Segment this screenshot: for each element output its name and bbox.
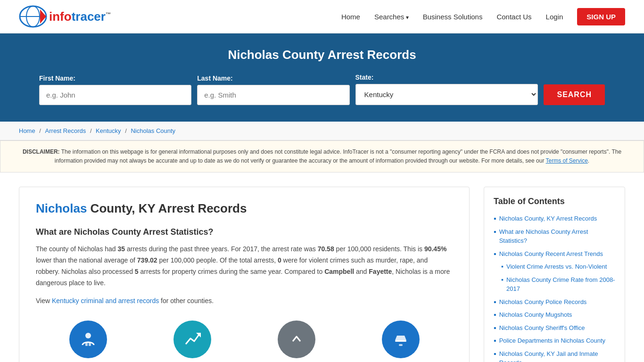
toc-link-4[interactable]: Nicholas County Crime Rate from 2008-201… (506, 275, 615, 294)
logo[interactable]: infotracer™ (19, 5, 111, 28)
site-header: infotracer™ Home Searches Business Solut… (0, 0, 644, 33)
state-label: State: (355, 74, 538, 81)
hero-title: Nicholas County Arrest Records (19, 48, 625, 62)
signup-button[interactable]: Sign Up (577, 8, 625, 25)
toc-title: Table of Contents (494, 197, 615, 206)
stat-icon-1 (69, 321, 107, 358)
state-group: State: Kentucky Alabama Alaska Arizona A… (355, 74, 538, 105)
toc-item-7: Nicholas County Sheriff's Office (494, 323, 615, 333)
toc-item-8: Police Departments in Nicholas County (494, 336, 615, 346)
svg-rect-8 (395, 340, 406, 342)
toc-link-6[interactable]: Nicholas County Mugshots (499, 310, 572, 320)
breadcrumb-sep2: / (90, 127, 93, 134)
terms-link[interactable]: Terms of Service (546, 157, 588, 164)
stat-icon-2 (173, 321, 211, 358)
first-name-group: First Name: (39, 74, 191, 105)
logo-icon (19, 5, 47, 28)
breadcrumb-sep3: / (125, 127, 128, 134)
ky-records-link[interactable]: Kentucky criminal and arrest records (52, 297, 159, 304)
compare-campbell: Campbell (324, 268, 354, 275)
toc-item-6: Nicholas County Mugshots (494, 310, 615, 320)
breadcrumb: Home / Arrest Records / Kentucky / Nicho… (0, 122, 644, 140)
toc-link-9[interactable]: Nicholas County, KY Jail and Inmate Reco… (499, 349, 615, 362)
stat-rate: 70.58 (318, 245, 334, 253)
toc-link-5[interactable]: Nicholas County Police Records (499, 297, 587, 307)
state-select[interactable]: Kentucky Alabama Alaska Arizona Arkansas… (355, 84, 538, 105)
last-name-input[interactable] (197, 85, 349, 105)
logo-wordmark: infotracer™ (49, 9, 111, 24)
toc-item-0: Nicholas County, KY Arrest Records (494, 214, 615, 223)
article-title-rest: County, KY Arrest Records (87, 201, 247, 215)
search-button[interactable]: SEARCH (544, 84, 605, 105)
stat-icon-3 (278, 321, 315, 358)
breadcrumb-nicholas-county[interactable]: Nicholas County (131, 127, 175, 134)
toc-item-9: Nicholas County, KY Jail and Inmate Reco… (494, 349, 615, 362)
stat-lower: 90.45% (424, 245, 446, 253)
stat-icon-4 (382, 321, 420, 358)
disclaimer-label: DISCLAIMER: (23, 148, 60, 155)
toc-link-8[interactable]: Police Departments in Nicholas County (499, 336, 605, 346)
stats-icons-row (36, 316, 453, 358)
breadcrumb-arrest-records[interactable]: Arrest Records (45, 127, 86, 134)
toc-item-2: Nicholas County Recent Arrest Trends (494, 249, 615, 259)
nav-login[interactable]: Login (546, 13, 563, 21)
svg-rect-10 (399, 344, 403, 346)
nav-business-solutions[interactable]: Business Solutions (423, 13, 483, 21)
toc-item-4: Nicholas County Crime Rate from 2008-201… (494, 275, 615, 294)
main-content: Nicholas County, KY Arrest Records What … (0, 173, 644, 362)
toc-item-5: Nicholas County Police Records (494, 297, 615, 307)
svg-point-4 (85, 333, 91, 338)
article: Nicholas County, KY Arrest Records What … (19, 187, 470, 362)
article-paragraph2: View Kentucky criminal and arrest record… (36, 296, 453, 307)
hero-section: Nicholas County Arrest Records First Nam… (0, 33, 644, 122)
toc-item-1: What are Nicholas County Arrest Statisti… (494, 227, 615, 246)
toc-link-1[interactable]: What are Nicholas County Arrest Statisti… (499, 227, 615, 246)
nav-home[interactable]: Home (341, 13, 360, 21)
toc-list: Nicholas County, KY Arrest RecordsWhat a… (494, 214, 615, 362)
section1-heading: What are Nicholas County Arrest Statisti… (36, 227, 453, 237)
nav-contact-us[interactable]: Contact Us (496, 13, 531, 21)
toc-link-0[interactable]: Nicholas County, KY Arrest Records (499, 214, 597, 223)
search-form: First Name: Last Name: State: Kentucky A… (39, 74, 605, 105)
toc-box: Table of Contents Nicholas County, KY Ar… (484, 187, 625, 362)
first-name-input[interactable] (39, 85, 191, 105)
stat-national: 739.02 (137, 256, 157, 264)
main-nav: Home Searches Business Solutions Contact… (341, 8, 625, 25)
article-title-highlight: Nicholas (36, 201, 87, 215)
svg-rect-5 (85, 342, 88, 346)
toc-link-2[interactable]: Nicholas County Recent Arrest Trends (499, 249, 603, 259)
compare-fayette: Fayette (369, 268, 392, 275)
pencil-icon (382, 321, 420, 358)
svg-marker-9 (395, 336, 406, 340)
stat-arrests: 35 (118, 245, 125, 253)
first-name-label: First Name: (39, 74, 191, 82)
toc-link-7[interactable]: Nicholas County Sheriff's Office (499, 323, 585, 333)
stat-property: 5 (135, 268, 139, 275)
disclaimer-bar: DISCLAIMER: The information on this webp… (0, 140, 644, 173)
article-title: Nicholas County, KY Arrest Records (36, 201, 453, 216)
trend-up-icon (173, 321, 211, 358)
arrests-icon (69, 321, 107, 358)
last-name-group: Last Name: (197, 74, 349, 105)
sidebar: Table of Contents Nicholas County, KY Ar… (484, 187, 625, 362)
last-name-label: Last Name: (197, 74, 349, 82)
scroll-top-icon[interactable] (278, 321, 315, 358)
breadcrumb-home[interactable]: Home (19, 127, 35, 134)
article-paragraph1: The county of Nicholas had 35 arrests du… (36, 244, 453, 288)
stat-violent: 0 (278, 256, 281, 264)
breadcrumb-sep1: / (39, 127, 42, 134)
breadcrumb-kentucky[interactable]: Kentucky (96, 127, 121, 134)
toc-link-3[interactable]: Violent Crime Arrests vs. Non-Violent (506, 262, 607, 272)
nav-searches[interactable]: Searches (374, 13, 409, 21)
svg-rect-6 (89, 342, 91, 346)
toc-item-3: Violent Crime Arrests vs. Non-Violent (494, 262, 615, 272)
disclaimer-text: The information on this webpage is for g… (55, 148, 621, 164)
